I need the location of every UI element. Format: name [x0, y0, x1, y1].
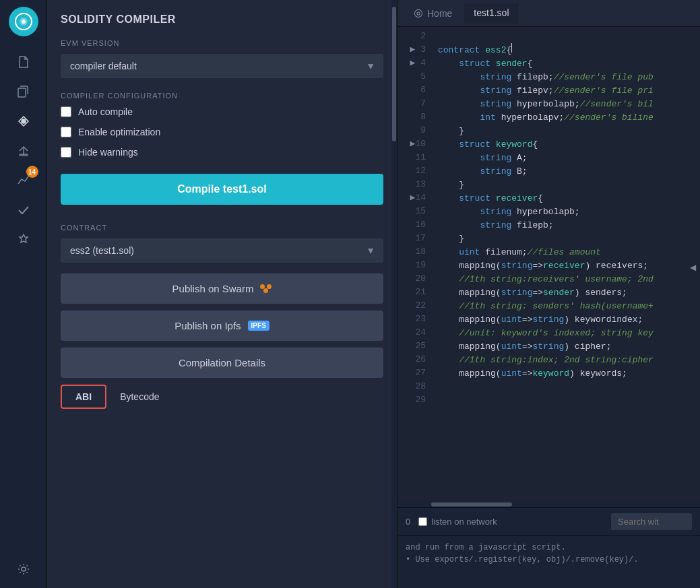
code-content[interactable]: contract ess2{ struct sender{ string fil…: [431, 27, 700, 502]
collapse-editor-arrow[interactable]: ◀: [690, 263, 696, 272]
code-line: contract ess2{: [438, 43, 693, 57]
svg-point-8: [414, 9, 422, 17]
compilation-details-button[interactable]: Compilation Details: [61, 348, 383, 378]
svg-point-2: [22, 20, 26, 24]
swarm-icon: [260, 284, 272, 293]
code-line: mapping(uint=>keyword) keywords;: [438, 367, 693, 381]
enable-optimization-item: Enable optimization: [61, 127, 383, 137]
auto-compile-label: Auto compile: [78, 106, 133, 117]
code-editor[interactable]: 2 ▶ 3 ▶ 4 5 6 7 8 9 ▶10 11 12 13 ▶14 15 …: [397, 27, 700, 507]
tab-bar: Home test1.sol: [397, 0, 700, 27]
code-line: mapping(uint=>string) cipher;: [438, 340, 693, 354]
sidebar-item-check[interactable]: [11, 198, 36, 222]
app-logo: [9, 7, 38, 36]
contract-section: CONTRACT ess2 (test1.sol) ▼ Publish on S…: [61, 224, 383, 409]
sidebar: 14: [0, 0, 47, 588]
code-line: struct receiver{: [438, 192, 693, 205]
sidebar-item-files[interactable]: [11, 50, 36, 74]
compile-button[interactable]: Compile test1.sol: [61, 174, 383, 205]
panel-title: SOLIDITY COMPILER: [61, 13, 383, 26]
compiler-panel: SOLIDITY COMPILER EVM VERSION compiler d…: [47, 0, 397, 588]
code-line: string A;: [438, 152, 693, 165]
svg-point-7: [22, 567, 26, 571]
scrollbar-thumb: [431, 502, 512, 507]
panel-content: SOLIDITY COMPILER EVM VERSION compiler d…: [47, 0, 397, 588]
enable-optimization-checkbox[interactable]: [61, 127, 71, 137]
tab-home[interactable]: Home: [404, 4, 462, 23]
code-line: mapping(string=>sender) senders;: [438, 286, 693, 300]
bottom-terminal: 0 listen on network and run from a javas…: [397, 507, 700, 588]
listen-network-checkbox[interactable]: [418, 517, 427, 526]
hide-warnings-checkbox[interactable]: [61, 147, 71, 158]
code-line: mapping(uint=>string) keywordindex;: [438, 313, 693, 327]
contract-label: CONTRACT: [61, 224, 383, 232]
network-number: 0: [406, 517, 410, 527]
bottom-bar-top: 0 listen on network: [397, 508, 700, 536]
line-numbers: 2 ▶ 3 ▶ 4 5 6 7 8 9 ▶10 11 12 13 ▶14 15 …: [397, 27, 431, 502]
code-line: //1th string:receivers' username; 2nd: [438, 273, 693, 286]
code-line: }: [438, 178, 693, 192]
sidebar-item-analytics[interactable]: 14: [11, 168, 36, 193]
code-line: uint filenum;//files amount: [438, 246, 693, 259]
terminal-line-2: • Use exports/.register(key, obj)/.remov…: [406, 554, 692, 566]
code-line: }: [438, 232, 693, 246]
code-line: string filepv;//sender's file pri: [438, 84, 693, 98]
code-line: string filepb;//sender's file pub: [438, 71, 693, 84]
publish-ipfs-button[interactable]: Publish on Ipfs IPFS: [61, 311, 383, 341]
code-line: string hyperbolapb;//sender's bil: [438, 98, 693, 111]
sidebar-item-copy[interactable]: [11, 79, 36, 104]
code-line: [438, 394, 693, 407]
active-tab-label: test1.sol: [474, 7, 509, 18]
code-line: }: [438, 125, 693, 138]
editor-panel: Home test1.sol 2 ▶ 3 ▶ 4 5 6 7 8 9 ▶10 1…: [397, 0, 700, 588]
evm-version-select[interactable]: compiler default istanbul berlin london: [61, 54, 383, 78]
listen-network-label: listen on network: [431, 517, 497, 527]
ipfs-badge: IPFS: [248, 321, 269, 331]
code-line: struct sender{: [438, 57, 693, 71]
sidebar-item-compiler[interactable]: [11, 109, 36, 133]
scroll-thumb: [392, 7, 396, 141]
publish-swarm-label: Publish on Swarm: [172, 283, 254, 294]
settings-gear-icon[interactable]: [11, 557, 36, 581]
terminal-content: and run from a javascript script. • Use …: [397, 536, 700, 571]
enable-optimization-label: Enable optimization: [78, 127, 160, 137]
code-line: string hyperbolapb;: [438, 205, 693, 219]
hide-warnings-label: Hide warnings: [78, 147, 138, 158]
code-line: //unit: keyword's indexed; string key: [438, 327, 693, 340]
notification-badge: 14: [26, 166, 38, 178]
terminal-line-1: and run from a javascript script.: [406, 542, 692, 554]
bottom-buttons: ABI Bytecode: [61, 385, 383, 409]
svg-point-9: [417, 11, 420, 14]
code-line: mapping(string=>receiver) receivers;: [438, 259, 693, 273]
sidebar-item-plugin[interactable]: [11, 228, 36, 252]
tab-test1-sol[interactable]: test1.sol: [464, 3, 518, 24]
code-line: int hyperbolapv;//sender's biline: [438, 111, 693, 125]
hide-warnings-item: Hide warnings: [61, 147, 383, 158]
auto-compile-checkbox[interactable]: [61, 106, 71, 117]
scroll-indicator[interactable]: [391, 0, 397, 588]
publish-swarm-button[interactable]: Publish on Swarm: [61, 273, 383, 304]
compilation-details-label: Compilation Details: [179, 357, 265, 368]
home-tab-label: Home: [427, 8, 452, 19]
bytecode-button[interactable]: Bytecode: [106, 385, 172, 409]
config-label: COMPILER CONFIGURATION: [61, 92, 383, 100]
contract-select-wrapper: ess2 (test1.sol) ▼: [61, 238, 383, 263]
code-line: [438, 381, 693, 394]
publish-ipfs-label: Publish on Ipfs: [174, 320, 241, 331]
code-area: 2 ▶ 3 ▶ 4 5 6 7 8 9 ▶10 11 12 13 ▶14 15 …: [397, 27, 700, 502]
contract-select[interactable]: ess2 (test1.sol): [61, 238, 383, 263]
auto-compile-item: Auto compile: [61, 106, 383, 117]
code-line: string B;: [438, 165, 693, 178]
search-input-wrapper: [505, 513, 692, 530]
code-line: struct keyword{: [438, 138, 693, 152]
svg-point-5: [22, 119, 26, 123]
sidebar-item-deploy[interactable]: [11, 139, 36, 163]
abi-button[interactable]: ABI: [61, 385, 106, 409]
search-input[interactable]: [611, 513, 692, 530]
home-icon: [414, 9, 423, 18]
code-line: [438, 30, 693, 43]
code-line: //1th string:index; 2nd string:cipher: [438, 354, 693, 367]
evm-label: EVM VERSION: [61, 39, 383, 47]
horizontal-scrollbar[interactable]: [397, 502, 700, 507]
listen-network-item: listen on network: [418, 517, 497, 527]
